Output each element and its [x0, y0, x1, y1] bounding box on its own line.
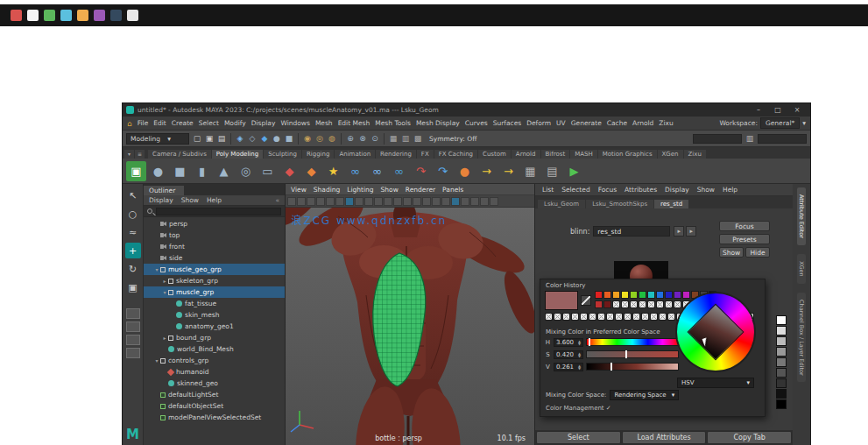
safe-title-icon[interactable]	[403, 197, 412, 206]
poly-cone-icon[interactable]: ▲	[214, 161, 234, 181]
empty-history-slot[interactable]	[554, 313, 561, 321]
outliner-item-fat-tissue[interactable]: fat_tissue	[144, 298, 285, 309]
menu-windows[interactable]: Windows	[280, 119, 309, 127]
status-icon[interactable]: ◆	[259, 134, 270, 143]
viewport-menu-shading[interactable]: Shading	[314, 186, 340, 194]
outliner-search[interactable]	[144, 206, 285, 217]
shaded-sphere-icon[interactable]: ●	[455, 161, 475, 181]
focus-button[interactable]: Focus	[719, 221, 770, 231]
shelf-tab-motion-graphics[interactable]: Motion Graphics	[598, 150, 657, 159]
outliner-item-side[interactable]: side	[144, 252, 285, 264]
ae-menu-help[interactable]: Help	[723, 186, 737, 194]
value-swatch[interactable]	[776, 315, 787, 325]
current-color-swatch[interactable]	[545, 291, 578, 310]
menu-modify[interactable]: Modify	[224, 119, 246, 127]
palette-swatch[interactable]	[647, 291, 655, 299]
arrow-forward-icon[interactable]: →	[476, 161, 497, 181]
spinner-arrows-icon[interactable]: ▲▼	[578, 352, 581, 357]
poly-cylinder-icon[interactable]: ▮	[192, 161, 212, 181]
playblast-icon[interactable]: ▶	[564, 161, 584, 181]
palette-swatch[interactable]	[603, 291, 611, 299]
taskbar-icon[interactable]	[77, 10, 88, 21]
shelf-tab-bifrost[interactable]: Bifrost	[541, 150, 570, 159]
spinner-arrows-icon[interactable]: ▲▼	[578, 340, 581, 345]
empty-history-slot[interactable]	[659, 313, 667, 321]
palette-swatch[interactable]	[595, 291, 603, 299]
menu-edit[interactable]: Edit	[153, 119, 166, 127]
shelf-tab-custom[interactable]: Custom	[478, 150, 511, 159]
outliner-item-muscle-grp[interactable]: ▾muscle_grp	[144, 286, 285, 298]
slider-gradient-v[interactable]	[586, 363, 679, 371]
menu-edit-mesh[interactable]: Edit Mesh	[338, 119, 370, 127]
viewport-menu-lighting[interactable]: Lighting	[347, 186, 373, 194]
value-swatch[interactable]	[776, 399, 787, 409]
shelf-tab-rendering[interactable]: Rendering	[376, 150, 416, 159]
mixing-space-dropdown[interactable]: Rendering Space ▾	[610, 390, 679, 400]
arrow-transfer-icon[interactable]: →	[498, 161, 519, 181]
shelf-tab-arnold[interactable]: Arnold	[512, 150, 540, 159]
color-wheel-sv-area[interactable]	[687, 303, 744, 360]
workspace-selector[interactable]: Workspace: General* ▾	[719, 117, 806, 129]
taskbar-icon[interactable]	[60, 10, 72, 21]
empty-history-slot[interactable]	[674, 300, 681, 308]
titlebar[interactable]: untitled* - Autodesk MAYA 2023: C:/proje…	[123, 103, 810, 117]
status-icon[interactable]: ▤	[216, 134, 227, 143]
shelf-tab-zixu[interactable]: Zixu	[684, 150, 706, 159]
four-pane-layout-button[interactable]	[126, 321, 140, 332]
menu-select[interactable]: Select	[199, 119, 219, 127]
sidebar-toggle-icon[interactable]: ▥	[745, 134, 755, 143]
empty-history-slot[interactable]	[650, 313, 658, 321]
hypershade-icon[interactable]: ▦	[520, 161, 540, 181]
outliner-item-defaultobjectset[interactable]: defaultObjectSet	[144, 400, 285, 412]
copy-tab-button[interactable]: Copy Tab	[707, 431, 792, 444]
quick-selection-input[interactable]	[693, 134, 742, 144]
scale-tool[interactable]: ▣	[125, 279, 141, 295]
shelf-tab-fx-caching[interactable]: FX Caching	[434, 150, 477, 159]
outliner-menu-display[interactable]: Display	[149, 196, 173, 204]
xray-icon[interactable]	[441, 197, 450, 206]
menu-cache[interactable]: Cache	[607, 119, 627, 127]
viewport-menu-show[interactable]: Show	[381, 186, 399, 194]
empty-history-slot[interactable]	[665, 300, 673, 308]
status-icon[interactable]: ⊗	[357, 134, 368, 143]
outliner-item-skeleton-grp[interactable]: ▸skeleton_grp	[144, 275, 285, 286]
snapshot-tool-icon[interactable]: ▣	[126, 161, 146, 181]
status-icon[interactable]: ◈	[235, 134, 245, 143]
eyedropper-icon[interactable]	[581, 295, 591, 306]
ae-menu-list[interactable]: List	[542, 186, 554, 194]
poly-plane-icon[interactable]: ▭	[258, 161, 278, 181]
slider-marker[interactable]	[625, 350, 627, 358]
slider-gradient-h[interactable]	[586, 338, 679, 346]
slider-marker[interactable]	[610, 363, 612, 371]
close-button[interactable]: ×	[787, 106, 807, 114]
lasso-tool[interactable]: ○	[125, 206, 141, 222]
outliner-item-bound-grp[interactable]: ▸bound_grp	[144, 332, 285, 343]
frame-all-icon[interactable]	[413, 197, 421, 206]
ae-menu-display[interactable]: Display	[665, 186, 689, 194]
palette-swatch[interactable]	[603, 300, 611, 308]
shelf-tab-camera-subdivs[interactable]: Camera / Subdivs	[148, 150, 211, 159]
palette-swatch[interactable]	[656, 291, 664, 299]
outliner-item-modelpanelviewselectedset[interactable]: modelPanelViewSelectedSet	[144, 412, 285, 423]
menu-generate[interactable]: Generate	[571, 119, 602, 127]
outliner-item-muscle-geo-grp[interactable]: ▾muscle_geo_grp	[144, 264, 285, 275]
empty-history-slot[interactable]	[656, 300, 664, 308]
taskbar-icon[interactable]	[11, 10, 22, 21]
empty-history-slot[interactable]	[589, 313, 596, 321]
shelf-tab-rigging[interactable]: Rigging	[302, 150, 335, 159]
status-icon[interactable]: ▣	[204, 134, 215, 143]
dock-tab-attribute-editor[interactable]: Attribute Editor	[797, 187, 806, 245]
menu-mesh[interactable]: Mesh	[315, 119, 333, 127]
image-plane-icon[interactable]	[326, 197, 335, 206]
frame-selection-icon[interactable]	[422, 197, 431, 206]
curve-warp-blue-icon[interactable]: ↷	[433, 161, 453, 181]
default-material-icon[interactable]	[461, 197, 469, 206]
menu-surfaces[interactable]: Surfaces	[493, 119, 521, 127]
palette-swatch[interactable]	[630, 291, 638, 299]
pencil-curve-tool-icon[interactable]: ◆	[301, 161, 321, 181]
map-button[interactable]: ▸	[674, 226, 684, 237]
empty-history-slot[interactable]	[580, 313, 588, 321]
shelf-control-icon[interactable]: ≡	[135, 150, 145, 159]
gate-mask-icon[interactable]	[374, 197, 383, 206]
shelf-tab-sculpting[interactable]: Sculpting	[264, 150, 301, 159]
